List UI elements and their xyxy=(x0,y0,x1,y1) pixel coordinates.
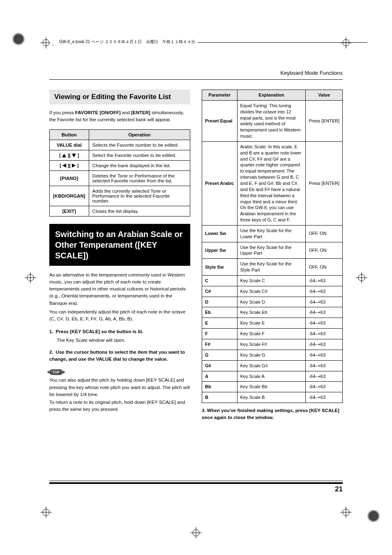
table-row: GKey Scale G-64–+63 xyxy=(202,350,343,360)
table-row: Style SwUse the Key Scale for the Style … xyxy=(202,259,343,276)
table-row: EbKey Scale Eb-64–+63 xyxy=(202,307,343,318)
param-name: E xyxy=(202,318,238,329)
param-explanation: Key Scale G# xyxy=(237,360,306,371)
table-row: FKey Scale F-64–+63 xyxy=(202,329,343,339)
step-2: 2.Use the cursor buttons to select the i… xyxy=(49,349,190,363)
table-row: [EXIT] Closes the list display. xyxy=(50,206,190,216)
param-explanation: Key Scale F# xyxy=(237,339,306,350)
param-value: OFF, ON xyxy=(306,259,343,276)
table-row: Lower SwUse the Key Scale for the Lower … xyxy=(202,225,343,242)
table-row: CKey Scale C-64–+63 xyxy=(202,275,343,286)
table-row: [ ][ ] Change the bank displayed in the … xyxy=(50,160,190,170)
param-explanation: Key Scale C# xyxy=(237,286,306,297)
param-name: Bb xyxy=(202,382,238,392)
param-value: -64–+63 xyxy=(306,318,343,329)
param-value: -64–+63 xyxy=(306,339,343,350)
param-explanation: Key Scale A xyxy=(237,371,306,382)
col-value: Value xyxy=(306,90,343,101)
param-name: B xyxy=(202,392,238,403)
param-value: -64–+63 xyxy=(306,275,343,286)
param-explanation: Arabic Scale: In this scale, E and B are… xyxy=(237,141,306,225)
param-explanation: Equal Tuning: This tuning divides the oc… xyxy=(237,100,306,141)
table-row: G#Key Scale G#-64–+63 xyxy=(202,360,343,371)
param-value: -64–+63 xyxy=(306,286,343,297)
print-header: GW-8_e.book 21 ページ ２００８年４月１日 火曜日 午前１１時４４… xyxy=(50,39,367,47)
param-value: OFF, ON xyxy=(306,242,343,259)
param-name: F xyxy=(202,329,238,339)
param-explanation: Key Scale Bb xyxy=(237,382,306,392)
key-scale-para-2: You can independently adjust the pitch o… xyxy=(49,309,190,323)
favorite-buttons-table: Button Operation VALUE dial Selects the … xyxy=(49,129,190,216)
param-explanation: Key Scale G xyxy=(237,350,306,360)
col-operation: Operation xyxy=(89,129,190,140)
arrow-up-icon xyxy=(62,154,66,157)
param-explanation: Key Scale F xyxy=(237,329,306,339)
registration-mark-icon xyxy=(25,272,36,283)
param-explanation: Use the Key Scale for the Style Part xyxy=(237,259,306,276)
arrow-left-icon xyxy=(62,164,66,168)
param-value: -64–+63 xyxy=(306,350,343,360)
param-explanation: Use the Key Scale for the Lower Part xyxy=(237,225,306,242)
table-row: F#Key Scale F#-64–+63 xyxy=(202,339,343,350)
tip-body-2: To return a note to its original pitch, … xyxy=(49,399,190,413)
registration-mark-icon xyxy=(340,507,352,518)
param-name: Preset Equal xyxy=(202,100,238,141)
param-value: -64–+63 xyxy=(306,371,343,382)
registration-mark-icon xyxy=(190,527,202,539)
param-explanation: Key Scale E xyxy=(237,318,306,329)
param-name: G xyxy=(202,350,238,360)
param-value: -64–+63 xyxy=(306,329,343,339)
param-name: C xyxy=(202,275,238,286)
param-name: Preset Arabic xyxy=(202,141,238,225)
col-parameter: Parameter xyxy=(202,90,238,101)
param-explanation: Key Scale Eb xyxy=(237,307,306,318)
param-value: -64–+63 xyxy=(306,360,343,371)
table-row: EKey Scale E-64–+63 xyxy=(202,318,343,329)
table-row: BbKey Scale Bb-64–+63 xyxy=(202,382,343,392)
registration-mark-icon xyxy=(356,272,367,283)
page-number: 21 xyxy=(333,485,343,493)
param-value: -64–+63 xyxy=(306,297,343,307)
param-name: G# xyxy=(202,360,238,371)
param-explanation: Key Scale D xyxy=(237,297,306,307)
param-value: -64–+63 xyxy=(306,382,343,392)
table-row: BKey Scale B-64–+63 xyxy=(202,392,343,403)
param-name: Style Sw xyxy=(202,259,238,276)
param-value: Press [ENTER] xyxy=(306,100,343,141)
table-row: AKey Scale A-64–+63 xyxy=(202,371,343,382)
binding-mark xyxy=(367,510,380,522)
table-row: Preset EqualEqual Tuning: This tuning di… xyxy=(202,100,343,141)
favorite-intro: If you press FAVORITE [ON/OFF] and [ENTE… xyxy=(49,109,190,124)
step-1: 1.Press [KEY SCALE] so the button is lit… xyxy=(49,328,190,344)
table-row: DKey Scale D-64–+63 xyxy=(202,297,343,307)
arrow-right-icon xyxy=(72,164,76,168)
tip-badge: TIP xyxy=(49,369,63,375)
param-name: F# xyxy=(202,339,238,350)
param-value: -64–+63 xyxy=(306,392,343,403)
param-name: C# xyxy=(202,286,238,297)
running-head: Keyboard Mode Functions xyxy=(49,70,343,76)
parameters-table: Parameter Explanation Value Preset Equal… xyxy=(202,90,343,403)
param-value: Press [ENTER] xyxy=(306,141,343,225)
param-value: -64–+63 xyxy=(306,307,343,318)
col-button: Button xyxy=(50,129,89,140)
param-name: Upper Sw xyxy=(202,242,238,259)
key-scale-para-1: As an alternative to the temperament com… xyxy=(49,272,190,307)
table-row: [PIANO] Deletes the Tone or Performance … xyxy=(50,170,190,186)
table-row: [KBD/ORGAN] Adds the currently selected … xyxy=(50,186,190,206)
table-row: [ ][ ] Select the Favorite number to be … xyxy=(50,150,190,160)
arrow-down-icon xyxy=(72,154,76,157)
col-explanation: Explanation xyxy=(237,90,306,101)
param-name: Eb xyxy=(202,307,238,318)
table-row: Upper SwUse the Key Scale for the Upper … xyxy=(202,242,343,259)
param-value: OFF, ON xyxy=(306,225,343,242)
table-row: C#Key Scale C#-64–+63 xyxy=(202,286,343,297)
step-3: 3. When you've finished making settings,… xyxy=(202,407,343,421)
page-number-block: 21 xyxy=(333,481,343,493)
param-name: A xyxy=(202,371,238,382)
param-explanation: Use the Key Scale for the Upper Part xyxy=(237,242,306,259)
tip-body-1: You can also adjust the pitch by holding… xyxy=(49,377,190,398)
param-explanation: Key Scale B xyxy=(237,392,306,403)
param-name: Lower Sw xyxy=(202,225,238,242)
divider xyxy=(49,79,343,80)
